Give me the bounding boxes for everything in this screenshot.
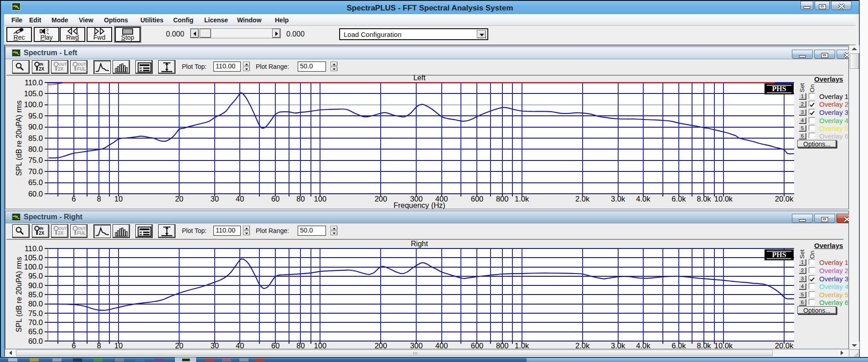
svg-text:6.0k: 6.0k	[672, 195, 686, 203]
svg-text:2.0k: 2.0k	[575, 341, 590, 349]
svg-text:110.0: 110.0	[25, 78, 43, 87]
svg-text:600: 600	[471, 195, 484, 203]
svg-text:30: 30	[211, 195, 219, 203]
svg-text:10.0k: 10.0k	[714, 195, 733, 203]
svg-text:600: 600	[471, 341, 484, 349]
svg-text:70.0: 70.0	[28, 318, 43, 326]
svg-text:800: 800	[496, 341, 509, 349]
svg-text:6.0k: 6.0k	[672, 341, 686, 349]
svg-text:Left: Left	[413, 74, 426, 82]
svg-text:40: 40	[236, 195, 244, 203]
svg-text:1.0k: 1.0k	[515, 341, 529, 349]
svg-text:FULL: FULL	[77, 67, 88, 72]
svg-text:SPL (dB re 20uPA) rms: SPL (dB re 20uPA) rms	[15, 257, 23, 332]
svg-text:200: 200	[375, 341, 388, 349]
svg-text:60.0: 60.0	[28, 190, 43, 198]
svg-text:6: 6	[72, 195, 76, 203]
svg-text:100: 100	[314, 195, 327, 203]
svg-text:75.0: 75.0	[28, 156, 43, 164]
svg-text:8.0k: 8.0k	[697, 195, 711, 203]
svg-text:85.0: 85.0	[28, 134, 43, 142]
svg-text:FULL: FULL	[77, 231, 88, 236]
svg-text:20: 20	[175, 195, 183, 203]
svg-text:95.0: 95.0	[28, 272, 43, 280]
svg-text:10: 10	[114, 195, 123, 203]
svg-text:2X: 2X	[58, 231, 64, 236]
svg-text:4.0k: 4.0k	[636, 195, 651, 203]
svg-text:8: 8	[97, 195, 101, 203]
svg-text:90.0: 90.0	[28, 123, 43, 131]
svg-text:8: 8	[97, 341, 101, 349]
svg-text:PHS: PHS	[772, 85, 786, 93]
svg-text:300: 300	[410, 341, 423, 349]
svg-text:110.0: 110.0	[25, 244, 43, 253]
svg-text:100: 100	[314, 341, 327, 349]
svg-text:2X: 2X	[39, 231, 45, 236]
svg-text:OUT: OUT	[78, 226, 87, 231]
svg-text:3.0k: 3.0k	[611, 341, 625, 349]
svg-text:100.0: 100.0	[24, 100, 43, 109]
svg-text:400: 400	[435, 341, 448, 349]
svg-text:SPL (dB re 20uPA) rms: SPL (dB re 20uPA) rms	[15, 100, 23, 176]
svg-text:10.0k: 10.0k	[714, 341, 733, 349]
svg-text:IN: IN	[40, 62, 44, 67]
svg-text:90.0: 90.0	[28, 281, 43, 290]
svg-text:3.0k: 3.0k	[611, 195, 625, 203]
svg-text:80: 80	[296, 341, 305, 349]
svg-text:60.0: 60.0	[28, 337, 43, 345]
svg-text:6: 6	[72, 341, 76, 349]
svg-text:105.0: 105.0	[24, 89, 43, 98]
svg-text:IN: IN	[40, 226, 44, 231]
svg-text:OUT: OUT	[59, 226, 67, 231]
svg-text:75.0: 75.0	[28, 309, 43, 317]
svg-text:80.0: 80.0	[28, 300, 43, 308]
svg-text:OUT: OUT	[78, 62, 87, 67]
svg-text:800: 800	[496, 195, 509, 203]
svg-text:40: 40	[236, 341, 244, 349]
svg-text:20: 20	[175, 341, 183, 349]
svg-text:Frequency (Hz): Frequency (Hz)	[393, 201, 445, 209]
svg-text:95.0: 95.0	[28, 112, 43, 120]
svg-text:8.0k: 8.0k	[697, 341, 711, 349]
svg-text:Right: Right	[411, 240, 428, 248]
svg-text:2X: 2X	[39, 67, 45, 72]
svg-text:20.0k: 20.0k	[775, 195, 794, 203]
svg-text:60: 60	[271, 195, 279, 203]
svg-text:80.0: 80.0	[28, 145, 43, 153]
svg-text:65.0: 65.0	[28, 327, 43, 336]
svg-text:PHS: PHS	[772, 251, 786, 259]
svg-text:200: 200	[375, 195, 388, 203]
svg-text:70.0: 70.0	[28, 167, 43, 176]
svg-text:105.0: 105.0	[24, 253, 43, 262]
svg-text:10: 10	[114, 341, 123, 349]
svg-text:65.0: 65.0	[28, 178, 43, 186]
svg-text:80: 80	[296, 195, 305, 203]
svg-text:30: 30	[211, 341, 219, 349]
svg-text:4.0k: 4.0k	[636, 341, 651, 349]
svg-text:2.0k: 2.0k	[575, 195, 590, 203]
svg-text:OUT: OUT	[59, 62, 67, 67]
svg-text:60: 60	[271, 341, 279, 349]
svg-text:85.0: 85.0	[28, 290, 43, 299]
svg-text:1.0k: 1.0k	[515, 195, 529, 203]
svg-text:100.0: 100.0	[24, 263, 43, 271]
svg-text:2X: 2X	[58, 67, 64, 72]
svg-text:20.0k: 20.0k	[775, 341, 794, 349]
